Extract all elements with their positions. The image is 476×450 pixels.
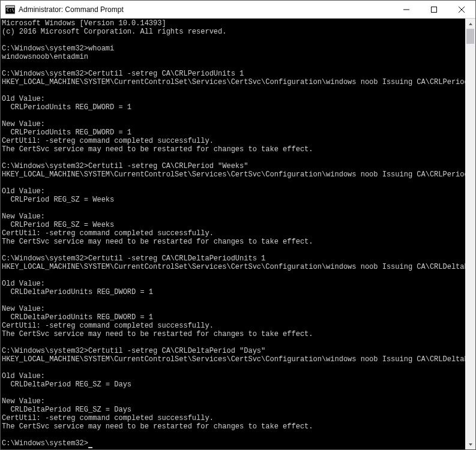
client-area: Microsoft Windows [Version 10.0.14393] (…	[1, 19, 475, 449]
close-button[interactable]	[448, 1, 475, 18]
scrollbar-thumb[interactable]	[466, 29, 474, 44]
scroll-up-button[interactable]	[465, 19, 475, 29]
svg-rect-4	[432, 7, 437, 12]
scroll-down-button[interactable]	[465, 439, 475, 449]
svg-marker-8	[469, 443, 472, 446]
svg-marker-7	[469, 23, 472, 25]
titlebar[interactable]: C:\ Administrator: Command Prompt	[1, 1, 475, 19]
svg-text:C:\: C:\	[7, 8, 14, 13]
scrollbar-track[interactable]	[465, 29, 475, 439]
command-prompt-window: C:\ Administrator: Command Prompt Micros…	[0, 0, 476, 450]
window-controls	[393, 1, 475, 18]
vertical-scrollbar[interactable]	[465, 19, 475, 449]
console-output[interactable]: Microsoft Windows [Version 10.0.14393] (…	[1, 19, 465, 449]
cursor	[88, 447, 92, 448]
cmd-icon: C:\	[5, 5, 15, 14]
window-title: Administrator: Command Prompt	[19, 5, 393, 14]
maximize-button[interactable]	[420, 1, 448, 18]
minimize-button[interactable]	[393, 1, 420, 18]
